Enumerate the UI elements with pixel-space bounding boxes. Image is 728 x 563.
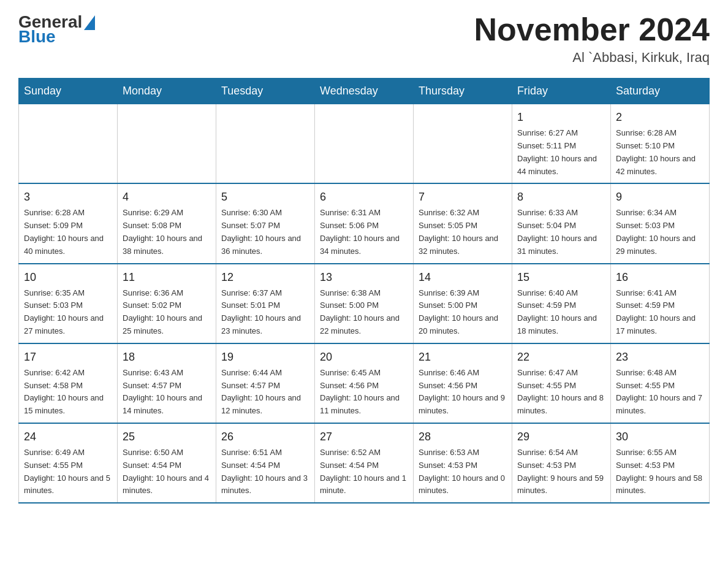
day-info: Sunrise: 6:31 AM Sunset: 5:06 PM Dayligh… (320, 207, 408, 258)
day-number: 8 (517, 189, 605, 205)
calendar-day-cell: 14Sunrise: 6:39 AM Sunset: 5:00 PM Dayli… (414, 264, 512, 343)
calendar-week-row: 3Sunrise: 6:28 AM Sunset: 5:09 PM Daylig… (19, 183, 710, 263)
day-info: Sunrise: 6:34 AM Sunset: 5:03 PM Dayligh… (616, 207, 704, 258)
day-number: 12 (221, 269, 309, 286)
day-info: Sunrise: 6:29 AM Sunset: 5:08 PM Dayligh… (123, 207, 211, 258)
day-number: 11 (123, 269, 211, 286)
day-number: 20 (320, 349, 408, 366)
day-info: Sunrise: 6:36 AM Sunset: 5:02 PM Dayligh… (123, 287, 211, 338)
day-info: Sunrise: 6:30 AM Sunset: 5:07 PM Dayligh… (221, 207, 309, 258)
day-number: 14 (419, 269, 507, 286)
calendar-week-row: 24Sunrise: 6:49 AM Sunset: 4:55 PM Dayli… (19, 423, 710, 503)
day-info: Sunrise: 6:37 AM Sunset: 5:01 PM Dayligh… (221, 287, 309, 338)
logo-blue-text: Blue (18, 27, 56, 47)
calendar-day-cell: 13Sunrise: 6:38 AM Sunset: 5:00 PM Dayli… (315, 264, 414, 343)
day-number: 23 (616, 349, 704, 366)
day-info: Sunrise: 6:54 AM Sunset: 4:53 PM Dayligh… (517, 446, 605, 497)
day-info: Sunrise: 6:33 AM Sunset: 5:04 PM Dayligh… (517, 207, 605, 258)
day-number: 16 (616, 269, 704, 286)
day-info: Sunrise: 6:39 AM Sunset: 5:00 PM Dayligh… (419, 287, 507, 338)
day-number: 4 (123, 189, 211, 205)
calendar-day-cell (216, 104, 315, 184)
day-info: Sunrise: 6:28 AM Sunset: 5:10 PM Dayligh… (616, 127, 704, 178)
calendar-day-cell: 22Sunrise: 6:47 AM Sunset: 4:55 PM Dayli… (512, 343, 611, 423)
day-number: 28 (419, 429, 507, 445)
calendar-title: November 2024 (474, 12, 710, 47)
day-info: Sunrise: 6:47 AM Sunset: 4:55 PM Dayligh… (517, 367, 605, 418)
day-info: Sunrise: 6:42 AM Sunset: 4:58 PM Dayligh… (24, 367, 112, 418)
page-header: General Blue November 2024 Al `Abbasi, K… (18, 12, 710, 66)
day-number: 15 (517, 269, 605, 286)
day-number: 3 (24, 189, 112, 205)
calendar-day-cell: 21Sunrise: 6:46 AM Sunset: 4:56 PM Dayli… (414, 343, 512, 423)
day-number: 29 (517, 429, 605, 445)
day-of-week-header: Sunday (19, 79, 118, 104)
calendar-day-cell: 12Sunrise: 6:37 AM Sunset: 5:01 PM Dayli… (216, 264, 315, 343)
day-number: 10 (24, 269, 112, 286)
calendar-day-cell: 18Sunrise: 6:43 AM Sunset: 4:57 PM Dayli… (118, 343, 216, 423)
calendar-subtitle: Al `Abbasi, Kirkuk, Iraq (474, 50, 710, 66)
day-info: Sunrise: 6:49 AM Sunset: 4:55 PM Dayligh… (24, 446, 112, 497)
calendar-header-row: SundayMondayTuesdayWednesdayThursdayFrid… (19, 79, 710, 104)
day-info: Sunrise: 6:50 AM Sunset: 4:54 PM Dayligh… (123, 446, 211, 497)
calendar-day-cell: 27Sunrise: 6:52 AM Sunset: 4:54 PM Dayli… (315, 423, 414, 503)
day-number: 18 (123, 349, 211, 366)
day-of-week-header: Monday (118, 79, 216, 104)
day-info: Sunrise: 6:40 AM Sunset: 4:59 PM Dayligh… (517, 287, 605, 338)
day-number: 27 (320, 429, 408, 445)
day-of-week-header: Friday (512, 79, 611, 104)
day-number: 19 (221, 349, 309, 366)
calendar-day-cell: 24Sunrise: 6:49 AM Sunset: 4:55 PM Dayli… (19, 423, 118, 503)
day-number: 9 (616, 189, 704, 205)
calendar-day-cell: 19Sunrise: 6:44 AM Sunset: 4:57 PM Dayli… (216, 343, 315, 423)
day-info: Sunrise: 6:35 AM Sunset: 5:03 PM Dayligh… (24, 287, 112, 338)
calendar-day-cell (19, 104, 118, 184)
calendar-day-cell: 26Sunrise: 6:51 AM Sunset: 4:54 PM Dayli… (216, 423, 315, 503)
day-number: 21 (419, 349, 507, 366)
logo-triangle-icon (84, 15, 95, 30)
day-number: 1 (517, 109, 605, 126)
day-number: 2 (616, 109, 704, 126)
calendar-week-row: 1Sunrise: 6:27 AM Sunset: 5:11 PM Daylig… (19, 104, 710, 184)
calendar-day-cell: 17Sunrise: 6:42 AM Sunset: 4:58 PM Dayli… (19, 343, 118, 423)
calendar-day-cell: 28Sunrise: 6:53 AM Sunset: 4:53 PM Dayli… (414, 423, 512, 503)
day-info: Sunrise: 6:46 AM Sunset: 4:56 PM Dayligh… (419, 367, 507, 418)
calendar-table: SundayMondayTuesdayWednesdayThursdayFrid… (18, 78, 710, 504)
day-info: Sunrise: 6:43 AM Sunset: 4:57 PM Dayligh… (123, 367, 211, 418)
calendar-day-cell: 25Sunrise: 6:50 AM Sunset: 4:54 PM Dayli… (118, 423, 216, 503)
day-number: 13 (320, 269, 408, 286)
calendar-week-row: 17Sunrise: 6:42 AM Sunset: 4:58 PM Dayli… (19, 343, 710, 423)
calendar-day-cell (315, 104, 414, 184)
day-info: Sunrise: 6:48 AM Sunset: 4:55 PM Dayligh… (616, 367, 704, 418)
day-info: Sunrise: 6:38 AM Sunset: 5:00 PM Dayligh… (320, 287, 408, 338)
calendar-day-cell: 1Sunrise: 6:27 AM Sunset: 5:11 PM Daylig… (512, 104, 611, 184)
day-number: 24 (24, 429, 112, 445)
calendar-day-cell: 8Sunrise: 6:33 AM Sunset: 5:04 PM Daylig… (512, 183, 611, 263)
calendar-day-cell: 16Sunrise: 6:41 AM Sunset: 4:59 PM Dayli… (611, 264, 710, 343)
calendar-day-cell: 7Sunrise: 6:32 AM Sunset: 5:05 PM Daylig… (414, 183, 512, 263)
day-number: 25 (123, 429, 211, 445)
calendar-day-cell: 5Sunrise: 6:30 AM Sunset: 5:07 PM Daylig… (216, 183, 315, 263)
day-number: 6 (320, 189, 408, 205)
day-info: Sunrise: 6:27 AM Sunset: 5:11 PM Dayligh… (517, 127, 605, 178)
calendar-day-cell: 20Sunrise: 6:45 AM Sunset: 4:56 PM Dayli… (315, 343, 414, 423)
calendar-day-cell: 9Sunrise: 6:34 AM Sunset: 5:03 PM Daylig… (611, 183, 710, 263)
calendar-day-cell: 6Sunrise: 6:31 AM Sunset: 5:06 PM Daylig… (315, 183, 414, 263)
day-of-week-header: Thursday (414, 79, 512, 104)
day-info: Sunrise: 6:32 AM Sunset: 5:05 PM Dayligh… (419, 207, 507, 258)
calendar-day-cell: 4Sunrise: 6:29 AM Sunset: 5:08 PM Daylig… (118, 183, 216, 263)
day-number: 5 (221, 189, 309, 205)
day-info: Sunrise: 6:52 AM Sunset: 4:54 PM Dayligh… (320, 446, 408, 497)
day-info: Sunrise: 6:51 AM Sunset: 4:54 PM Dayligh… (221, 446, 309, 497)
calendar-day-cell: 29Sunrise: 6:54 AM Sunset: 4:53 PM Dayli… (512, 423, 611, 503)
day-info: Sunrise: 6:41 AM Sunset: 4:59 PM Dayligh… (616, 287, 704, 338)
day-info: Sunrise: 6:44 AM Sunset: 4:57 PM Dayligh… (221, 367, 309, 418)
calendar-day-cell (414, 104, 512, 184)
day-number: 26 (221, 429, 309, 445)
day-number: 22 (517, 349, 605, 366)
calendar-day-cell: 23Sunrise: 6:48 AM Sunset: 4:55 PM Dayli… (611, 343, 710, 423)
calendar-week-row: 10Sunrise: 6:35 AM Sunset: 5:03 PM Dayli… (19, 264, 710, 343)
title-section: November 2024 Al `Abbasi, Kirkuk, Iraq (474, 12, 710, 66)
day-info: Sunrise: 6:45 AM Sunset: 4:56 PM Dayligh… (320, 367, 408, 418)
calendar-day-cell: 3Sunrise: 6:28 AM Sunset: 5:09 PM Daylig… (19, 183, 118, 263)
